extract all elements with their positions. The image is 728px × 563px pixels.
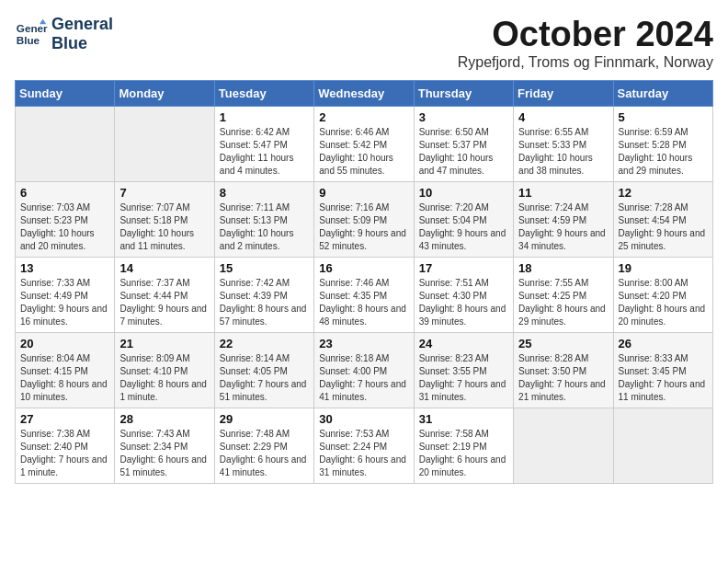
logo-icon: General Blue <box>15 17 48 51</box>
day-info: Sunrise: 7:07 AM Sunset: 5:18 PM Dayligh… <box>119 201 209 253</box>
calendar-cell: 22Sunrise: 8:14 AM Sunset: 4:05 PM Dayli… <box>214 333 313 408</box>
day-info: Sunrise: 7:24 AM Sunset: 4:59 PM Dayligh… <box>518 201 608 253</box>
calendar-cell: 2Sunrise: 6:46 AM Sunset: 5:42 PM Daylig… <box>314 107 414 182</box>
day-info: Sunrise: 8:28 AM Sunset: 3:50 PM Dayligh… <box>518 352 608 404</box>
calendar-cell: 26Sunrise: 8:33 AM Sunset: 3:45 PM Dayli… <box>613 333 712 408</box>
day-number: 21 <box>119 337 209 350</box>
day-info: Sunrise: 7:43 AM Sunset: 2:34 PM Dayligh… <box>119 428 209 479</box>
calendar-week-1: 1Sunrise: 6:42 AM Sunset: 5:47 PM Daylig… <box>16 107 713 182</box>
day-info: Sunrise: 8:09 AM Sunset: 4:10 PM Dayligh… <box>119 352 209 404</box>
weekday-saturday: Saturday <box>613 81 712 107</box>
day-number: 25 <box>518 337 608 350</box>
day-info: Sunrise: 7:48 AM Sunset: 2:29 PM Dayligh… <box>220 428 309 479</box>
calendar-week-4: 20Sunrise: 8:04 AM Sunset: 4:15 PM Dayli… <box>16 333 713 408</box>
calendar-cell <box>613 408 712 484</box>
calendar-cell <box>514 408 613 484</box>
logo-text: General Blue <box>51 15 113 53</box>
day-number: 11 <box>518 186 608 200</box>
day-number: 24 <box>419 337 508 350</box>
calendar-cell: 10Sunrise: 7:20 AM Sunset: 5:04 PM Dayli… <box>414 182 513 258</box>
day-info: Sunrise: 6:59 AM Sunset: 5:28 PM Dayligh… <box>619 126 708 178</box>
calendar-cell: 4Sunrise: 6:55 AM Sunset: 5:33 PM Daylig… <box>514 107 613 182</box>
calendar-cell: 27Sunrise: 7:38 AM Sunset: 2:40 PM Dayli… <box>16 408 115 484</box>
calendar-cell: 14Sunrise: 7:37 AM Sunset: 4:44 PM Dayli… <box>115 258 214 333</box>
day-number: 9 <box>319 186 408 200</box>
weekday-header-row: SundayMondayTuesdayWednesdayThursdayFrid… <box>16 81 713 107</box>
day-number: 8 <box>220 186 309 200</box>
calendar-cell: 24Sunrise: 8:23 AM Sunset: 3:55 PM Dayli… <box>414 333 513 408</box>
calendar-cell: 12Sunrise: 7:28 AM Sunset: 4:54 PM Dayli… <box>613 182 712 258</box>
calendar-cell: 13Sunrise: 7:33 AM Sunset: 4:49 PM Dayli… <box>16 258 115 333</box>
calendar-cell: 6Sunrise: 7:03 AM Sunset: 5:23 PM Daylig… <box>16 182 115 258</box>
day-number: 2 <box>319 110 408 124</box>
day-info: Sunrise: 6:50 AM Sunset: 5:37 PM Dayligh… <box>419 126 508 178</box>
calendar-cell: 25Sunrise: 8:28 AM Sunset: 3:50 PM Dayli… <box>514 333 613 408</box>
calendar-cell: 3Sunrise: 6:50 AM Sunset: 5:37 PM Daylig… <box>414 107 513 182</box>
calendar-week-2: 6Sunrise: 7:03 AM Sunset: 5:23 PM Daylig… <box>16 182 713 258</box>
calendar-cell: 8Sunrise: 7:11 AM Sunset: 5:13 PM Daylig… <box>214 182 313 258</box>
day-number: 26 <box>619 337 708 350</box>
day-number: 23 <box>319 337 408 350</box>
day-info: Sunrise: 8:33 AM Sunset: 3:45 PM Dayligh… <box>619 352 708 404</box>
calendar-cell: 28Sunrise: 7:43 AM Sunset: 2:34 PM Dayli… <box>115 408 214 484</box>
day-info: Sunrise: 8:18 AM Sunset: 4:00 PM Dayligh… <box>319 352 408 404</box>
day-number: 1 <box>220 110 309 124</box>
weekday-sunday: Sunday <box>16 81 115 107</box>
page-header: General Blue General Blue October 2024 R… <box>15 15 713 71</box>
day-number: 16 <box>319 261 408 275</box>
day-number: 22 <box>220 337 309 350</box>
day-number: 31 <box>419 412 508 426</box>
calendar-cell: 23Sunrise: 8:18 AM Sunset: 4:00 PM Dayli… <box>314 333 414 408</box>
day-number: 10 <box>419 186 508 200</box>
day-info: Sunrise: 6:55 AM Sunset: 5:33 PM Dayligh… <box>518 126 608 178</box>
calendar-cell: 15Sunrise: 7:42 AM Sunset: 4:39 PM Dayli… <box>214 258 313 333</box>
calendar-cell: 19Sunrise: 8:00 AM Sunset: 4:20 PM Dayli… <box>613 258 712 333</box>
calendar-cell: 11Sunrise: 7:24 AM Sunset: 4:59 PM Dayli… <box>514 182 613 258</box>
day-info: Sunrise: 7:11 AM Sunset: 5:13 PM Dayligh… <box>220 201 309 253</box>
day-info: Sunrise: 7:53 AM Sunset: 2:24 PM Dayligh… <box>319 428 408 479</box>
day-info: Sunrise: 7:16 AM Sunset: 5:09 PM Dayligh… <box>319 201 408 253</box>
calendar-cell: 29Sunrise: 7:48 AM Sunset: 2:29 PM Dayli… <box>214 408 313 484</box>
day-info: Sunrise: 7:20 AM Sunset: 5:04 PM Dayligh… <box>419 201 508 253</box>
calendar-cell: 31Sunrise: 7:58 AM Sunset: 2:19 PM Dayli… <box>414 408 513 484</box>
day-info: Sunrise: 7:42 AM Sunset: 4:39 PM Dayligh… <box>220 277 309 328</box>
day-info: Sunrise: 7:58 AM Sunset: 2:19 PM Dayligh… <box>419 428 508 479</box>
svg-text:Blue: Blue <box>17 34 40 46</box>
calendar-cell: 9Sunrise: 7:16 AM Sunset: 5:09 PM Daylig… <box>314 182 414 258</box>
weekday-wednesday: Wednesday <box>314 81 414 107</box>
day-number: 30 <box>319 412 408 426</box>
day-number: 15 <box>220 261 309 275</box>
day-info: Sunrise: 8:23 AM Sunset: 3:55 PM Dayligh… <box>419 352 508 404</box>
weekday-thursday: Thursday <box>414 81 513 107</box>
day-info: Sunrise: 6:42 AM Sunset: 5:47 PM Dayligh… <box>220 126 309 178</box>
title-block: October 2024 Rypefjord, Troms og Finnmar… <box>458 15 713 71</box>
calendar-cell: 18Sunrise: 7:55 AM Sunset: 4:25 PM Dayli… <box>514 258 613 333</box>
day-info: Sunrise: 7:37 AM Sunset: 4:44 PM Dayligh… <box>119 277 209 328</box>
calendar-body: 1Sunrise: 6:42 AM Sunset: 5:47 PM Daylig… <box>16 107 713 484</box>
calendar-week-5: 27Sunrise: 7:38 AM Sunset: 2:40 PM Dayli… <box>16 408 713 484</box>
day-info: Sunrise: 7:55 AM Sunset: 4:25 PM Dayligh… <box>518 277 608 328</box>
calendar-cell: 20Sunrise: 8:04 AM Sunset: 4:15 PM Dayli… <box>16 333 115 408</box>
day-info: Sunrise: 7:38 AM Sunset: 2:40 PM Dayligh… <box>20 428 109 479</box>
calendar-cell: 21Sunrise: 8:09 AM Sunset: 4:10 PM Dayli… <box>115 333 214 408</box>
day-number: 17 <box>419 261 508 275</box>
day-number: 18 <box>518 261 608 275</box>
calendar-week-3: 13Sunrise: 7:33 AM Sunset: 4:49 PM Dayli… <box>16 258 713 333</box>
day-info: Sunrise: 7:33 AM Sunset: 4:49 PM Dayligh… <box>20 277 109 328</box>
day-info: Sunrise: 8:14 AM Sunset: 4:05 PM Dayligh… <box>220 352 309 404</box>
day-number: 20 <box>20 337 109 350</box>
calendar-cell: 7Sunrise: 7:07 AM Sunset: 5:18 PM Daylig… <box>115 182 214 258</box>
day-number: 6 <box>20 186 109 200</box>
day-number: 4 <box>518 110 608 124</box>
day-number: 14 <box>119 261 209 275</box>
calendar-table: SundayMondayTuesdayWednesdayThursdayFrid… <box>15 80 713 484</box>
day-number: 19 <box>619 261 708 275</box>
logo: General Blue General Blue <box>15 15 113 53</box>
day-info: Sunrise: 6:46 AM Sunset: 5:42 PM Dayligh… <box>319 126 408 178</box>
calendar-cell: 17Sunrise: 7:51 AM Sunset: 4:30 PM Dayli… <box>414 258 513 333</box>
day-number: 3 <box>419 110 508 124</box>
day-info: Sunrise: 7:46 AM Sunset: 4:35 PM Dayligh… <box>319 277 408 328</box>
calendar-cell <box>115 107 214 182</box>
day-number: 27 <box>20 412 109 426</box>
day-number: 13 <box>20 261 109 275</box>
